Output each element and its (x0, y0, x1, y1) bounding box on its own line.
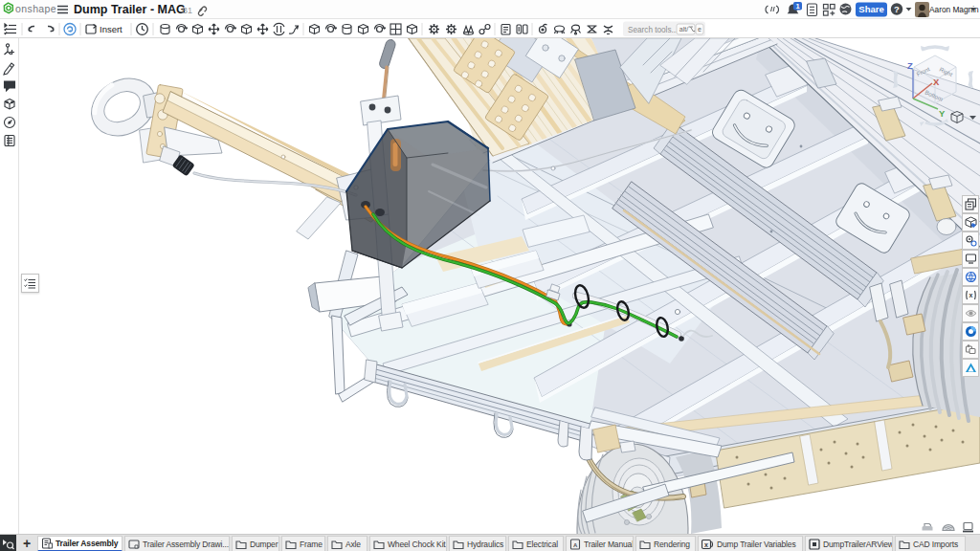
svg-text:Search tools...: Search tools... (628, 26, 678, 34)
svg-text:x: x (704, 541, 708, 548)
svg-text:x: x (969, 292, 972, 298)
svg-text:Share: Share (858, 4, 883, 14)
svg-text:A: A (573, 542, 578, 548)
svg-text:Z: Z (907, 60, 913, 71)
svg-text:alt/: alt/ (679, 26, 688, 33)
svg-text:Aaron Magnin: Aaron Magnin (929, 5, 979, 14)
svg-text:?: ? (894, 4, 900, 14)
svg-text:e: e (698, 26, 702, 33)
svg-text:Insert: Insert (100, 24, 122, 34)
svg-text:B1: B1 (182, 6, 192, 15)
svg-text:Dump Trailer - MAG: Dump Trailer - MAG (74, 3, 186, 16)
svg-text:1: 1 (795, 2, 799, 11)
svg-text:Y: Y (939, 108, 946, 119)
svg-text:onshape: onshape (15, 3, 56, 14)
svg-text:X: X (933, 77, 940, 87)
